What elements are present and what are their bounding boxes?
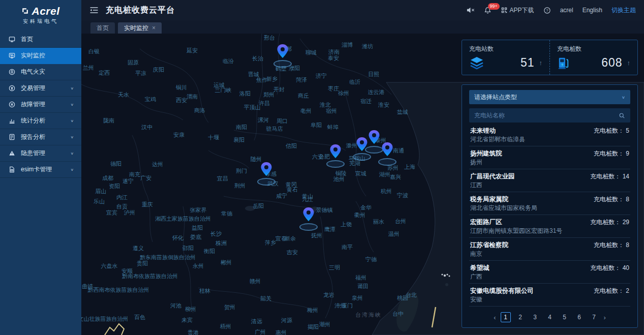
map-city-label: 开封 [273,86,285,94]
pager-prev[interactable]: ‹ [494,314,496,321]
sidebar-item-电气火灾[interactable]: 电气火灾 [0,64,81,80]
pager-page-3[interactable]: 3 [530,312,540,322]
map-city-label: 莆田 [357,283,369,290]
station-pile-count: 充电桩数： 40 [590,264,629,271]
map-city-label: 衡阳 [204,248,215,255]
map-city-label: 南平 [342,243,353,251]
app-download-link[interactable]: APP下载 [501,6,534,15]
sidebar: Acrel 安科瑞电气 首页实时监控电气火灾交易管理∨故障管理∨统计分析∨报告分… [0,0,81,335]
sidebar-item-隐患管理[interactable]: 隐患管理∨ [0,145,81,162]
map-city-label: 新余 [285,235,296,242]
stat-pile-value: 608 [601,56,622,70]
map-city-label: 渭南 [187,93,198,101]
sidebar-item-实时监控[interactable]: 实时监控 [0,48,81,64]
help-icon[interactable]: ? [543,7,551,14]
tab-实时监控[interactable]: 实时监控× [118,22,162,34]
sidebar-item-esim卡管理[interactable]: esim卡管理∨ [0,162,81,178]
charging-station-pin[interactable] [325,144,346,168]
map-city-label: 上海 [404,163,415,171]
station-list-item[interactable]: 希望城充电桩数： 40广西 [469,261,630,284]
charging-station-pin[interactable] [256,162,277,186]
charging-station-pin[interactable] [272,44,293,68]
station-list-item[interactable]: 广昌现代农业园充电桩数： 14江西 [469,169,630,192]
map-city-label: 漯河 [258,116,269,124]
map-city-label: 白银 [88,48,100,55]
map-city-label: 信阳 [286,142,297,150]
pager-next[interactable]: › [604,314,606,321]
map-city-label: 六安 [312,153,323,161]
map-city-label: 新乡 [266,75,278,83]
map-city-label: 天水 [118,91,129,99]
station-list-item[interactable]: 安徽电缆股份有限公司充电桩数： 2安徽 [469,284,630,307]
sidebar-item-故障管理[interactable]: 故障管理∨ [0,97,81,113]
map-city-label: 驻马店 [266,125,283,133]
station-name: 宏图路厂区 [470,219,502,226]
pager-page-4[interactable]: 4 [545,312,555,322]
map-city-label: 济南 [328,48,340,56]
station-search-input[interactable] [474,112,619,119]
map-city-label: 达州 [152,161,163,168]
notification-badge: 99+ [488,3,500,10]
station-pile-count: 充电桩数： 8 [594,241,629,249]
chevron-down-icon: ∨ [70,151,74,156]
pager-page-1[interactable]: 1 [501,312,511,322]
tab-首页[interactable]: 首页 [90,22,115,34]
charging-pile-icon [557,56,571,70]
map-city-label: 永州 [193,262,204,270]
sidebar-item-统计分析[interactable]: 统计分析∨ [0,113,81,129]
map-city-label: 台州 [395,218,406,225]
sidebar-item-交易管理[interactable]: 交易管理∨ [0,80,81,97]
pager-page-2[interactable]: 2 [515,312,526,322]
station-list-item[interactable]: 扬州建筑院充电桩数： 9扬州 [469,146,630,169]
china-map[interactable]: 白银兰州定西固原平凉庆阳延安临汾长治晋城运城三门峡洛阳铜川渭南西安宝鸡天水商洛陇… [81,34,644,335]
map-city-label: 菏泽 [296,76,307,84]
map-city-label: 温州 [388,230,400,238]
map-city-label: 平顶山 [244,104,261,111]
svg-text:?: ? [546,8,548,13]
pager-page-5[interactable]: 5 [560,312,570,322]
station-list-item[interactable]: 江苏省检察院充电桩数： 8南京 [469,238,630,261]
map-city-label: 陇南 [103,117,114,125]
station-name: 江苏省检察院 [470,241,508,249]
station-list-item[interactable]: 税务局家属院充电桩数： 8湖北省应城市国家税务局 [469,192,630,215]
site-type-select[interactable]: 请选择站点类型 ∨ [469,90,630,104]
map-city-label: 兰州 [83,64,94,72]
map-city-label: 商洛 [194,107,205,114]
map-city-label: 宿州 [326,107,337,115]
station-location: 江阴市南闸镇东盟园区宏图路31号 [470,228,629,234]
map-city-label: 丽水 [373,218,384,226]
map-city-label: 遂宁 [122,177,134,185]
username[interactable]: acrel [560,7,573,14]
search-icon[interactable] [619,112,625,119]
notification-bell-icon[interactable]: 99+ [484,7,492,14]
pager-page-6[interactable]: 6 [574,312,585,322]
station-list-item[interactable]: 宏图路厂区充电桩数： 29江阴市南闸镇东盟园区宏图路31号 [469,215,630,238]
close-icon[interactable]: × [152,24,156,32]
station-list-item[interactable]: 未来锂动充电桩数： 5河北省邯郸市临漳县 [469,124,630,146]
map-city-label: 常德 [221,210,232,218]
sidebar-item-label: 电气火灾 [21,68,45,76]
sidebar-item-首页[interactable]: 首页 [0,32,81,48]
map-city-label: 宣城 [355,170,366,177]
map-city-label: 文山壮族苗族自治州 [81,315,129,323]
sidebar-item-报告分析[interactable]: 报告分析∨ [0,129,81,145]
language-switch[interactable]: English [582,7,602,14]
charging-station-pin[interactable] [298,207,319,231]
sidebar-menu: 首页实时监控电气火灾交易管理∨故障管理∨统计分析∨报告分析∨隐患管理∨esim卡… [0,32,81,178]
charging-station-pin[interactable] [377,142,397,166]
map-city-label: 黔东南苗族侗族自治州 [140,254,196,261]
map-city-label: 杭州 [381,188,392,195]
menu-fold-icon[interactable] [89,7,99,14]
map-city-label: 晋城 [248,71,259,78]
map-city-label: 资阳 [109,182,120,190]
qr-code-icon [501,7,508,14]
theme-switch-link[interactable]: 切换主题 [611,6,636,15]
tab-label: 实时监控 [124,24,148,33]
stats-icon [8,117,16,125]
mute-icon[interactable] [466,7,475,14]
map-city-label: 六盘水 [101,262,118,270]
pager-page-7[interactable]: 7 [589,312,599,322]
map-city-label: 池州 [333,175,345,183]
map-city-label: 桂林 [199,287,210,295]
sidebar-item-label: 隐患管理 [21,149,45,158]
